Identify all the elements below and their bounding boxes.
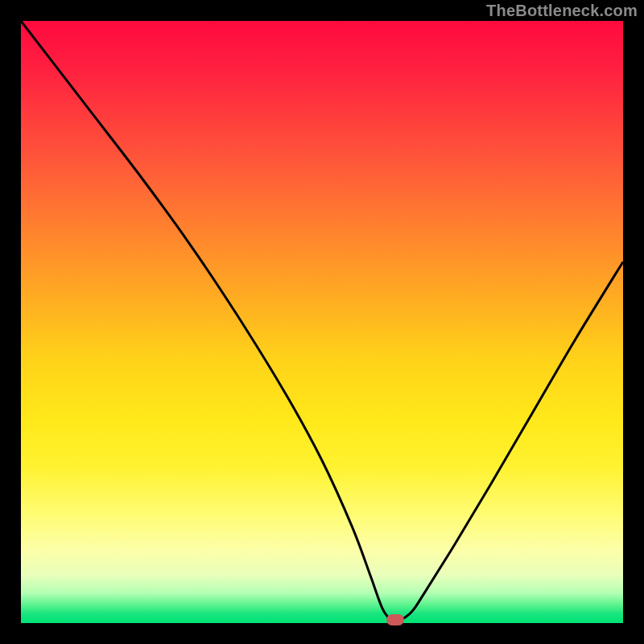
curve-path <box>21 21 623 621</box>
watermark-text: TheBottleneck.com <box>486 2 638 20</box>
bottleneck-curve <box>21 21 623 623</box>
chart-frame: TheBottleneck.com <box>0 0 644 644</box>
optimal-point-marker <box>386 614 404 625</box>
plot-area <box>21 21 623 623</box>
